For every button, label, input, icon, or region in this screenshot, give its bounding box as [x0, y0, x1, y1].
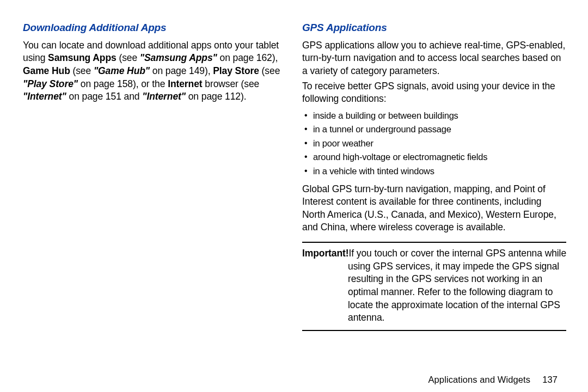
bold-samsung-apps: Samsung Apps: [48, 52, 117, 63]
list-item: around high-voltage or electromagnetic f…: [304, 150, 566, 164]
text: on page 162),: [217, 52, 278, 63]
bold-internet: Internet: [168, 78, 202, 89]
list-item: in a vehicle with tinted windows: [304, 164, 566, 179]
paragraph-gps-intro: GPS applications allow you to achieve re…: [302, 39, 566, 78]
ref-samsung-apps: "Samsung Apps": [140, 52, 217, 63]
ref-game-hub: "Game Hub": [94, 65, 150, 76]
heading-gps-applications: GPS Applications: [302, 21, 566, 35]
list-item: in a tunnel or underground passage: [304, 122, 566, 137]
ref-internet-1: "Internet": [23, 91, 66, 102]
text: on page 149),: [150, 65, 213, 76]
paragraph-gps-conditions: To receive better GPS signals, avoid usi…: [302, 80, 566, 106]
paragraph-gps-coverage: Global GPS turn-by-turn navigation, mapp…: [302, 183, 566, 235]
list-item: in poor weather: [304, 137, 566, 151]
list-item: inside a building or between buildings: [304, 109, 566, 123]
left-column: Downloading Additional Apps You can loca…: [23, 21, 287, 387]
ref-internet-2: "Internet": [142, 91, 186, 102]
text: on page 112).: [186, 91, 246, 102]
ref-play-store: "Play Store": [23, 78, 78, 89]
footer-section: Applications and Widgets: [428, 375, 530, 384]
right-column: GPS Applications GPS applications allow …: [302, 21, 566, 387]
text: on page 158), or the: [78, 78, 168, 89]
important-note: Important! If you touch or cover the int…: [302, 242, 566, 331]
page-footer: Applications and Widgets137: [428, 373, 558, 385]
gps-conditions-list: inside a building or between buildings i…: [302, 109, 566, 179]
text: browser (see: [203, 78, 260, 89]
paragraph-download-apps: You can locate and download additional a…: [23, 39, 287, 103]
text: on page 151 and: [66, 91, 142, 102]
note-label: Important!: [302, 247, 349, 260]
page-number: 137: [542, 375, 558, 384]
page: Downloading Additional Apps You can loca…: [0, 0, 588, 392]
text: (see: [70, 65, 94, 76]
text: (see: [117, 52, 140, 63]
text: (see: [259, 65, 280, 76]
bold-game-hub: Game Hub: [23, 65, 70, 76]
heading-downloading-additional-apps: Downloading Additional Apps: [23, 21, 287, 35]
bold-play-store: Play Store: [213, 65, 259, 76]
